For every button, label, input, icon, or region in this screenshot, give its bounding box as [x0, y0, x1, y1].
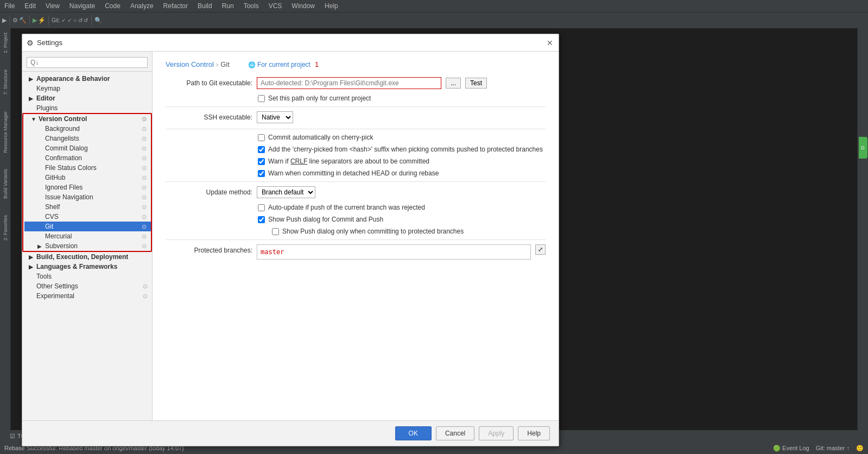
divider-4: [166, 239, 546, 240]
resource-manager-tab[interactable]: Resource Manager: [2, 109, 9, 155]
menu-view[interactable]: View: [43, 2, 62, 10]
auto-update-checkbox[interactable]: [258, 204, 265, 211]
nav-plugins[interactable]: Plugins: [22, 103, 152, 113]
nav-search-input[interactable]: [27, 57, 148, 68]
path-only-checkbox[interactable]: [258, 95, 265, 102]
nav-subversion[interactable]: ▶ Subversion ⊙: [24, 241, 151, 251]
show-push-only-checkbox[interactable]: [272, 228, 279, 235]
nav-label-tools: Tools: [36, 273, 52, 280]
detached-checkbox[interactable]: [258, 170, 265, 177]
ssh-select[interactable]: Native Built-in: [257, 111, 293, 123]
nav-experimental[interactable]: Experimental ⊙: [22, 291, 152, 301]
nav-keymap[interactable]: Keymap: [22, 84, 152, 93]
nav-commit-dialog[interactable]: Commit Dialog ⊙: [24, 143, 151, 153]
expand-arrow-lang: ▶: [29, 264, 34, 270]
breadcrumb-parent[interactable]: Version Control: [166, 60, 214, 68]
close-button[interactable]: ✕: [546, 39, 554, 47]
menu-analyze[interactable]: Analyze: [128, 2, 156, 10]
favorites-tab[interactable]: 2: Favorites: [2, 213, 9, 243]
toolbar-icon-2[interactable]: ⚙: [12, 17, 18, 24]
nav-git[interactable]: Git ⊙: [24, 222, 151, 231]
nav-label-vc: Version Control: [39, 115, 87, 123]
nav-languages[interactable]: ▶ Languages & Frameworks: [22, 262, 152, 272]
nav-mercurial[interactable]: Mercurial ⊙: [24, 231, 151, 241]
ide-body: 1: Project 7: Structure Resource Manager…: [0, 28, 868, 430]
nav-file-status[interactable]: File Status Colors ⊙: [24, 163, 151, 173]
menu-tools[interactable]: Tools: [242, 2, 261, 10]
breadcrumb-current: Git: [220, 60, 230, 68]
show-push-checkbox[interactable]: [258, 216, 265, 223]
menu-window[interactable]: Window: [289, 2, 317, 10]
nav-build-execution[interactable]: ▶ Build, Execution, Deployment: [22, 252, 152, 262]
nav-confirmation[interactable]: Confirmation ⊙: [24, 153, 151, 163]
help-button[interactable]: Help: [518, 426, 550, 440]
expand-arrow-appearance: ▶: [29, 76, 34, 82]
nav-cvs[interactable]: CVS ⊙: [24, 212, 151, 222]
crlf-checkbox[interactable]: [258, 158, 265, 165]
event-log-status[interactable]: 🟢 Event Log: [773, 445, 809, 452]
nav-other-settings[interactable]: Other Settings ⊙: [22, 281, 152, 291]
nav-github[interactable]: GitHub ⊙: [24, 173, 151, 182]
nav-changelists[interactable]: Changelists ⊙: [24, 134, 151, 143]
nav-search-container: [22, 54, 152, 72]
copy-icon-if: ⊙: [142, 184, 147, 191]
protected-label: Protected branches:: [166, 244, 252, 254]
menu-run[interactable]: Run: [220, 2, 236, 10]
run-icon[interactable]: ▶: [33, 17, 37, 24]
right-panel-toggle[interactable]: G: [859, 137, 867, 159]
menu-file[interactable]: File: [2, 2, 17, 10]
git-status[interactable]: Git: master ↑: [816, 445, 850, 451]
menu-bar: File Edit View Navigate Code Analyze Ref…: [0, 0, 868, 12]
copy-icon-cd: ⊙: [142, 145, 147, 152]
version-control-section: ▼ Version Control ⊙ Background ⊙: [22, 113, 152, 252]
nav-shelf[interactable]: Shelf ⊙: [24, 202, 151, 212]
path-browse-button[interactable]: ...: [446, 78, 461, 89]
toolbar-sep-2: [29, 16, 30, 26]
nav-background[interactable]: Background ⊙: [24, 124, 151, 134]
nav-label-changelists: Changelists: [45, 135, 79, 142]
cancel-button[interactable]: Cancel: [436, 426, 474, 440]
nav-label-keymap: Keymap: [36, 85, 60, 92]
nav-label-appearance: Appearance & Behavior: [36, 75, 110, 83]
divider-3: [166, 181, 546, 182]
debug-icon[interactable]: ⚡: [38, 17, 46, 24]
git-label: Git: ✓ ✓ ○ ↺ ↺: [52, 17, 88, 23]
nav-appearance-behavior[interactable]: ▶ Appearance & Behavior: [22, 74, 152, 84]
path-test-button[interactable]: Test: [465, 78, 487, 89]
update-label: Update method:: [166, 188, 252, 196]
breadcrumb-project-link[interactable]: 🌐 For current project: [248, 61, 311, 68]
structure-tab[interactable]: 7: Structure: [2, 67, 9, 97]
menu-vcs[interactable]: VCS: [267, 2, 284, 10]
menu-edit[interactable]: Edit: [22, 2, 38, 10]
build-variants-tab[interactable]: Build Variants: [2, 167, 9, 201]
project-tab[interactable]: 1: Project: [2, 30, 9, 55]
copy-icon-os: ⊙: [143, 283, 148, 290]
nav-label-ignored-files: Ignored Files: [45, 184, 83, 191]
copy-icon-conf: ⊙: [142, 155, 147, 162]
nav-ignored-files[interactable]: Ignored Files ⊙: [24, 182, 151, 192]
menu-refactor[interactable]: Refactor: [161, 2, 190, 10]
dialog-title: ⚙ Settings: [27, 39, 62, 47]
copy-icon-exp: ⊙: [143, 293, 148, 300]
nav-editor[interactable]: ▶ Editor: [22, 93, 152, 103]
ok-button[interactable]: OK: [395, 426, 432, 440]
copy-icon-cvs: ⊙: [142, 213, 147, 220]
toolbar-icon-3[interactable]: 🔨: [19, 17, 27, 24]
menu-help[interactable]: Help: [322, 2, 340, 10]
nav-version-control[interactable]: ▼ Version Control ⊙: [24, 114, 151, 124]
menu-navigate[interactable]: Navigate: [67, 2, 97, 10]
protected-input[interactable]: [257, 244, 531, 260]
apply-button[interactable]: Apply: [479, 426, 514, 440]
menu-code[interactable]: Code: [103, 2, 123, 10]
path-input[interactable]: [257, 77, 441, 89]
cherry-pick-suffix-checkbox[interactable]: [258, 146, 265, 153]
nav-tools[interactable]: Tools: [22, 272, 152, 281]
toolbar-icon-1[interactable]: ▶: [2, 17, 7, 24]
search-icon[interactable]: 🔍: [94, 17, 102, 24]
cherry-pick-checkbox[interactable]: [258, 134, 265, 141]
nav-label-other-settings: Other Settings: [36, 282, 78, 290]
menu-build[interactable]: Build: [195, 2, 214, 10]
nav-issue-navigation[interactable]: Issue Navigation ⊙: [24, 192, 151, 202]
expand-textarea-button[interactable]: ⤢: [535, 244, 546, 255]
update-select[interactable]: Branch default Merge Rebase: [257, 186, 315, 198]
